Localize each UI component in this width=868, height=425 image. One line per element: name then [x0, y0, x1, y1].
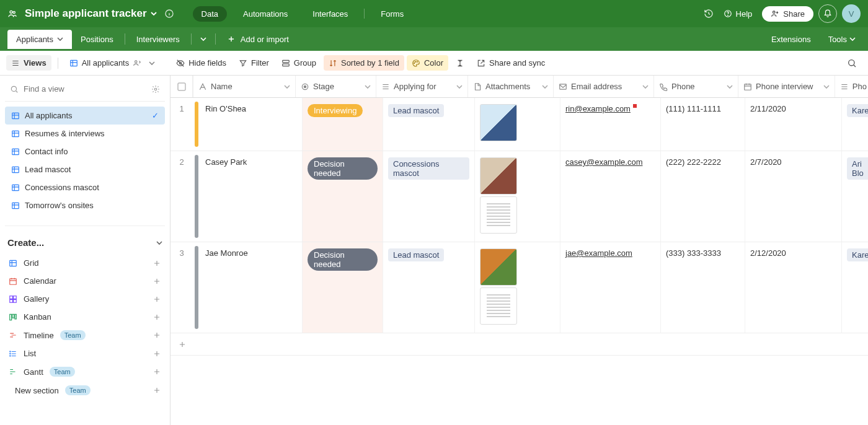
share-sync-button[interactable]: Share and sync [472, 55, 550, 71]
plus-icon[interactable] [153, 367, 161, 376]
add-row-button[interactable] [170, 333, 868, 356]
create-view-item[interactable]: Kanban [5, 308, 165, 326]
cell-phone[interactable]: (222) 222-2222 [661, 151, 745, 242]
attachment-thumbnail[interactable] [480, 287, 517, 325]
view-item[interactable]: Resumes & interviews✓ [5, 125, 165, 142]
view-item[interactable]: Tomorrow's onsites✓ [5, 196, 165, 214]
tools-button[interactable]: Tools [821, 30, 863, 49]
create-view-item[interactable]: New sectionTeam [5, 381, 165, 400]
create-view-item[interactable]: Gallery [5, 290, 165, 308]
view-item[interactable]: Contact info✓ [5, 142, 165, 160]
cell-stage[interactable]: Decision needed [303, 242, 383, 333]
extensions-button[interactable]: Extensions [764, 30, 818, 49]
column-email[interactable]: Email address [554, 76, 654, 97]
tab-interviewers[interactable]: Interviewers [128, 30, 188, 49]
current-view[interactable]: All applicants [64, 55, 161, 71]
cell-next[interactable]: Ari Blo [842, 151, 868, 242]
cell-attachments[interactable] [475, 242, 560, 333]
hide-fields-button[interactable]: Hide fields [171, 55, 231, 71]
create-view-item[interactable]: Grid [5, 254, 165, 272]
cell-next[interactable]: Kareer [842, 98, 868, 151]
cell-attachments[interactable] [475, 98, 560, 151]
view-item[interactable]: All applicants✓ [5, 107, 165, 125]
cell-phone[interactable]: (111) 111-1111 [661, 98, 745, 151]
chevron-down-icon[interactable] [456, 84, 463, 90]
column-applying[interactable]: Applying for [376, 76, 468, 97]
chevron-down-icon[interactable] [642, 84, 649, 90]
chevron-down-icon[interactable] [542, 84, 548, 90]
plus-icon[interactable] [153, 331, 161, 340]
cell-phone[interactable]: (333) 333-3333 [661, 242, 745, 333]
cell-email[interactable]: rin@example.com [560, 98, 661, 151]
cell-name[interactable]: Casey Park [200, 151, 303, 242]
select-all-checkbox[interactable] [170, 76, 193, 97]
nav-data[interactable]: Data [193, 6, 227, 22]
history-icon[interactable] [704, 9, 714, 19]
view-item[interactable]: Concessions mascot✓ [5, 178, 165, 196]
attachment-thumbnail[interactable] [480, 157, 517, 195]
cell-email[interactable]: jae@example.com [560, 242, 661, 333]
views-toggle[interactable]: Views [6, 55, 51, 71]
row-number[interactable]: 2 [170, 151, 193, 242]
view-item[interactable]: Lead mascot✓ [5, 160, 165, 178]
gear-icon[interactable] [151, 85, 160, 94]
chevron-down-icon[interactable] [823, 84, 830, 90]
cell-applying[interactable]: Lead mascot [383, 98, 475, 151]
cell-next[interactable]: Kareer [842, 242, 868, 333]
create-view-item[interactable]: List [5, 344, 165, 362]
create-section-header[interactable]: Create... [5, 231, 165, 254]
cell-applying[interactable]: Concessions mascot [383, 151, 475, 242]
cell-name[interactable]: Rin O'Shea [200, 98, 303, 151]
column-interview[interactable]: Phone interview [738, 76, 835, 97]
cell-stage[interactable]: Decision needed [303, 151, 383, 242]
attachment-thumbnail[interactable] [480, 196, 517, 234]
chevron-down-icon[interactable] [365, 84, 371, 90]
help-button[interactable]: Help [719, 9, 758, 19]
cell-attachments[interactable] [475, 151, 560, 242]
row-height-button[interactable] [451, 56, 469, 71]
cell-interview-date[interactable]: 2/11/2020 [745, 98, 842, 151]
column-phone[interactable]: Phone [654, 76, 738, 97]
sort-button[interactable]: Sorted by 1 field [324, 55, 404, 71]
color-button[interactable]: Color [407, 55, 448, 71]
tab-more[interactable] [194, 31, 213, 47]
plus-icon[interactable] [153, 295, 161, 304]
nav-forms[interactable]: Forms [372, 6, 412, 22]
attachment-thumbnail[interactable] [480, 248, 517, 286]
plus-icon[interactable] [153, 313, 161, 322]
group-button[interactable]: Group [277, 55, 321, 71]
notifications-button[interactable] [818, 4, 837, 23]
find-view-input[interactable] [24, 84, 146, 94]
add-or-import[interactable]: Add or import [218, 30, 298, 49]
plus-icon[interactable] [153, 259, 161, 268]
create-view-item[interactable]: GanttTeam [5, 362, 165, 381]
chevron-down-icon[interactable] [284, 84, 290, 90]
cell-interview-date[interactable]: 2/12/2020 [745, 242, 842, 333]
user-avatar[interactable]: V [842, 4, 861, 23]
chevron-down-icon[interactable] [727, 84, 733, 90]
nav-interfaces[interactable]: Interfaces [304, 6, 356, 22]
create-view-item[interactable]: Calendar [5, 272, 165, 290]
cell-email[interactable]: casey@example.com [560, 151, 661, 242]
column-next[interactable]: Pho [835, 76, 868, 97]
table-row[interactable]: 1Rin O'SheaInterviewingLead mascotrin@ex… [170, 98, 868, 151]
tab-positions[interactable]: Positions [72, 30, 122, 49]
filter-button[interactable]: Filter [234, 55, 274, 71]
cell-applying[interactable]: Lead mascot [383, 242, 475, 333]
column-attachments[interactable]: Attachments [468, 76, 554, 97]
info-icon[interactable] [164, 9, 174, 19]
table-row[interactable]: 3Jae MonroeDecision neededLead mascotjae… [170, 242, 868, 333]
base-title[interactable]: Simple applicant tracker [25, 7, 157, 20]
row-number[interactable]: 3 [170, 242, 193, 333]
cell-stage[interactable]: Interviewing [303, 98, 383, 151]
search-icon[interactable] [842, 55, 862, 71]
table-row[interactable]: 2Casey ParkDecision neededConcessions ma… [170, 151, 868, 242]
attachment-thumbnail[interactable] [480, 104, 517, 141]
column-stage[interactable]: Stage [296, 76, 376, 97]
column-name[interactable]: Name [193, 76, 296, 97]
cell-name[interactable]: Jae Monroe [200, 242, 303, 333]
tab-applicants[interactable]: Applicants [7, 30, 72, 49]
plus-icon[interactable] [153, 349, 161, 358]
plus-icon[interactable] [153, 277, 161, 286]
plus-icon[interactable] [153, 386, 161, 395]
